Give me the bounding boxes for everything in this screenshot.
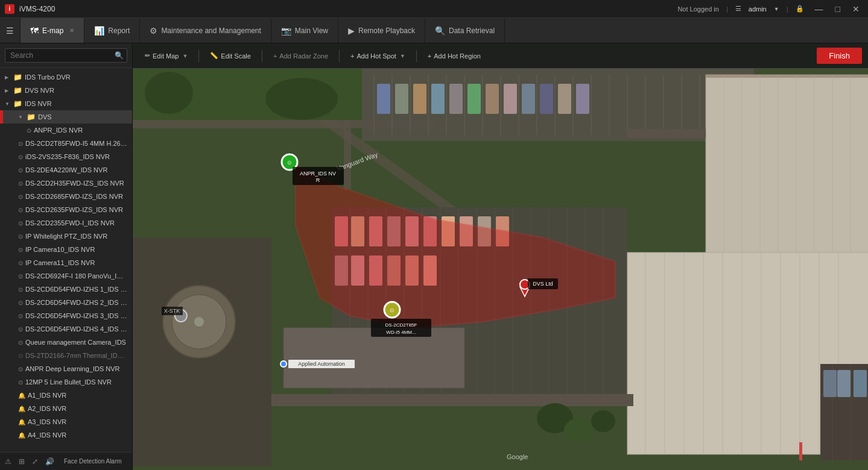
finish-button[interactable]: Finish	[817, 48, 862, 64]
sidebar-item-ipcamera10[interactable]: ⊙ IP Camera10_IDS NVR	[0, 243, 132, 256]
device-tree: ▶ 📁 IDS Turbo DVR ▶ 📁 DVS NVR ▼ 📁 IDS NV…	[0, 68, 132, 452]
add-hot-region-button[interactable]: + Add Hot Region	[422, 49, 487, 63]
queuemgmt-label: Queue management Camera_IDS	[25, 339, 126, 346]
sidebar-item-ipcamera11[interactable]: ⊙ IP Camera11_IDS NVR	[0, 256, 132, 269]
sidebar-item-anprdeep[interactable]: ⊙ ANPR Deep Learning_IDS NVR	[0, 362, 132, 375]
svg-point-122	[591, 410, 615, 432]
nav-emap[interactable]: 🗺 E-map ✕	[21, 18, 84, 43]
plus-icon: +	[350, 52, 354, 60]
svg-rect-37	[576, 84, 589, 114]
sidebar-item-ds2de4a220[interactable]: ⊙ DS-2DE4A220IW_IDS NVR	[0, 163, 132, 177]
camera-icon: ⊙	[18, 167, 23, 174]
camera-icon: ⊙	[27, 127, 31, 134]
sidebar-item-ds2cd2t85[interactable]: ⊙ DS-2CD2T85FWD-I5 4MM H.265...	[0, 137, 132, 150]
sidebar-item-ds2cd2355[interactable]: ⊙ DS-2CD2355FWD-I_IDS NVR	[0, 216, 132, 230]
app-logo: i	[5, 4, 14, 14]
speaker-icon[interactable]: 🔊	[45, 457, 54, 466]
chevron-down-icon[interactable]: ▼	[774, 6, 779, 12]
sidebar-item-ds2cd6d54fwd1[interactable]: ⊙ DS-2CD6D54FWD-IZHS 1_IDS NV	[0, 283, 132, 296]
add-radar-label: Add Radar Zone	[279, 52, 328, 60]
nav-report-label: Report	[108, 27, 130, 35]
svg-rect-34	[522, 84, 535, 114]
plus-icon: +	[273, 52, 277, 60]
edit-map-button[interactable]: ✏ Edit Map ▼	[139, 49, 194, 63]
edit-scale-button[interactable]: 📏 Edit Scale	[204, 49, 257, 63]
sidebar-item-queuemgmt[interactable]: ⊙ Queue management Camera_IDS	[0, 336, 132, 349]
add-hot-region-label: Add Hot Region	[434, 52, 481, 60]
sidebar-item-12mp5line[interactable]: ⊙ 12MP 5 Line Bullet_IDS NVR	[0, 375, 132, 389]
map-toolbar: ✏ Edit Map ▼ 📏 Edit Scale + Add Radar Zo…	[133, 43, 868, 69]
nav-mainview[interactable]: 📷 Main View	[271, 18, 338, 43]
ds2td2166-label: DS-2TD2166-7mm Thermal_IDS N	[25, 352, 127, 359]
search-input[interactable]	[5, 48, 127, 63]
emap-icon: 🗺	[30, 26, 39, 36]
app-title: iVMS-4200	[19, 5, 55, 13]
nav-hamburger[interactable]: ☰	[0, 18, 21, 43]
sidebar-item-a3[interactable]: 🔔 A3_IDS NVR	[0, 415, 132, 428]
sidebar-item-ids-turbo-dvr[interactable]: ▶ 📁 IDS Turbo DVR	[0, 70, 132, 84]
list-icon[interactable]: ☰	[735, 5, 741, 13]
arrow-icon: ▶	[5, 88, 11, 93]
svg-rect-118	[271, 394, 633, 406]
sidebar-item-a4[interactable]: 🔔 A4_IDS NVR	[0, 428, 132, 442]
admin-label[interactable]: admin	[749, 5, 767, 13]
resize-icon[interactable]: ⤢	[32, 457, 38, 466]
sidebar-item-a2[interactable]: 🔔 A2_IDS NVR	[0, 402, 132, 415]
grid-icon[interactable]: ⊞	[19, 457, 25, 466]
alarm-icon[interactable]: ⚠	[5, 457, 11, 466]
ds2cd2h35-label: DS-2CD2H35FWD-IZS_IDS NVR	[25, 180, 124, 187]
svg-point-41	[265, 78, 338, 120]
nav-maintenance[interactable]: ⚙ Maintenance and Management	[140, 18, 271, 43]
ds2de4a220-label: DS-2DE4A220IW_IDS NVR	[25, 166, 107, 174]
nav-remoteplayback[interactable]: ▶ Remote Playback	[338, 18, 425, 43]
svg-rect-31	[467, 84, 481, 114]
folder-icon: 📁	[13, 86, 22, 95]
sidebar-item-ds2cd6924f[interactable]: ⊙ DS-2CD6924F-I 180 PanoVu_IDS N	[0, 269, 132, 283]
sidebar-item-dvs[interactable]: ▼ 📁 DVS	[0, 110, 132, 124]
camera-icon: ⊙	[18, 286, 23, 293]
add-radar-zone-button[interactable]: + Add Radar Zone	[267, 49, 334, 63]
sidebar-item-ds2td2166[interactable]: ⊙ DS-2TD2166-7mm Thermal_IDS N	[0, 349, 132, 362]
sidebar-item-ds2cd2635[interactable]: ⊙ DS-2CD2635FWD-IZS_IDS NVR	[0, 203, 132, 216]
sidebar-item-ids-nvr[interactable]: ▼ 📁 IDS NVR	[0, 97, 132, 110]
nav-report[interactable]: 📊 Report	[84, 18, 140, 43]
sidebar-item-ds2cd6d54fwd4[interactable]: ⊙ DS-2CD6D54FWD-IZHS 4_IDS NV	[0, 322, 132, 336]
sidebar-item-a1[interactable]: 🔔 A1_IDS NVR	[0, 389, 132, 402]
svg-point-121	[564, 418, 594, 442]
sidebar-item-anpr[interactable]: ⊙ ANPR_IDS NVR	[0, 124, 132, 137]
ds2cd2355-label: DS-2CD2355FWD-I_IDS NVR	[25, 219, 115, 227]
maximize-button[interactable]: □	[832, 3, 844, 15]
svg-text:R: R	[316, 177, 320, 183]
sidebar-item-ipwhitelight[interactable]: ⊙ IP Whitelight PTZ_IDS NVR	[0, 230, 132, 243]
lock-icon[interactable]: 🔒	[796, 5, 804, 13]
12mp5line-label: 12MP 5 Line Bullet_IDS NVR	[25, 378, 112, 386]
camera-icon: ⊙	[18, 154, 23, 160]
camera-icon: ⊙	[18, 207, 23, 213]
ds2cd6d54fwd2-label: DS-2CD6D54FWD-IZHS 2_IDS NV	[25, 299, 127, 306]
plus-icon: +	[428, 52, 431, 60]
map-background[interactable]: Vanguard Way Google ⊙ ANPR_IDS NV R ⊙	[133, 69, 868, 470]
sidebar-item-ds2cd6d54fwd2[interactable]: ⊙ DS-2CD6D54FWD-IZHS 2_IDS NV	[0, 296, 132, 309]
minimize-button[interactable]: —	[811, 3, 827, 15]
edit-map-icon: ✏	[145, 52, 150, 60]
edit-scale-label: Edit Scale	[221, 52, 251, 60]
folder-icon: 📁	[27, 113, 36, 121]
sidebar-item-dvs-nvr[interactable]: ▶ 📁 DVS NVR	[0, 84, 132, 97]
camera-icon: ⊙	[18, 352, 23, 359]
add-hot-spot-button[interactable]: + Add Hot Spot ▼	[344, 49, 411, 63]
sidebar-item-ds2cd6d54fwd3[interactable]: ⊙ DS-2CD6D54FWD-IZHS 3_IDS NV	[0, 309, 132, 322]
nav-dataretrieval[interactable]: 🔍 Data Retrieval	[425, 18, 505, 43]
close-button[interactable]: ✕	[849, 3, 863, 15]
sidebar-item-ds2cd2h35[interactable]: ⊙ DS-2CD2H35FWD-IZS_IDS NVR	[0, 177, 132, 190]
sidebar-item-ids2vs235[interactable]: ⊙ iDS-2VS235-F836_IDS NVR	[0, 150, 132, 163]
camera-icon: ⊙	[18, 273, 23, 280]
a3-label: A3_IDS NVR	[28, 418, 66, 425]
alarm-icon: 🔔	[18, 419, 25, 425]
emap-close-icon[interactable]: ✕	[69, 27, 74, 34]
camera-icon: ⊙	[18, 180, 23, 187]
sidebar-item-ds2cd2685[interactable]: ⊙ DS-2CD2685FWD-IZS_IDS NVR	[0, 190, 132, 203]
camera-icon: ⊙	[18, 313, 23, 319]
camera-icon: ⊙	[18, 233, 23, 240]
svg-rect-123	[799, 442, 802, 460]
alarm-icon: 🔔	[18, 406, 25, 412]
